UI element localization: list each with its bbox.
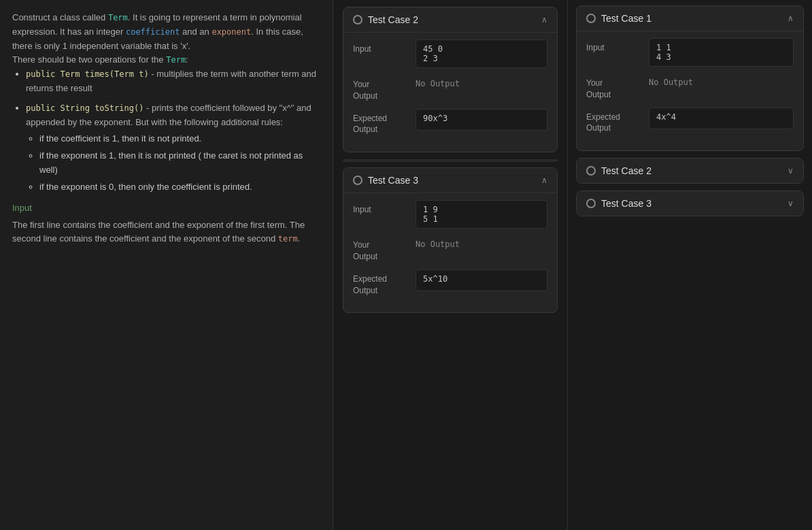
operations-list: public Term times(Term t) - multiplies t… bbox=[12, 67, 320, 194]
input-value-3-center: 1 95 1 bbox=[416, 200, 547, 229]
term-code: Term bbox=[108, 13, 128, 22]
chevron-up-2-center: ∧ bbox=[541, 15, 547, 24]
description-panel: Construct a class called Term. It is goi… bbox=[0, 0, 333, 530]
test-case-header-3-center[interactable]: Test Case 3 ∧ bbox=[343, 168, 557, 193]
input-row-2-center: Input 45 02 3 bbox=[353, 39, 547, 68]
input-label-1-right: Input bbox=[586, 38, 641, 54]
rule-1: if the coefficient is 1, then it is not … bbox=[39, 132, 320, 146]
your-output-label-3-center: YourOutput bbox=[353, 235, 407, 263]
your-output-value-2-center: No Output bbox=[416, 75, 547, 97]
rule-3: if the exponent is 0, then only the coef… bbox=[39, 180, 320, 195]
rule-2: if the exponent is 1, then it is not pri… bbox=[39, 149, 320, 178]
input-section-label: Input bbox=[12, 203, 320, 213]
chevron-up-3-center: ∧ bbox=[541, 176, 547, 185]
test-case-status-icon-1-right bbox=[586, 14, 596, 23]
test-case-title-2-center: Test Case 2 bbox=[353, 14, 418, 25]
your-output-row-3-center: YourOutput No Output bbox=[353, 235, 547, 263]
rules-list: if the coefficient is 1, then it is not … bbox=[26, 132, 320, 194]
chevron-down-3-right: ∨ bbox=[788, 199, 794, 208]
test-case-card-3-right: Test Case 3 ∨ bbox=[576, 191, 804, 216]
test-case-2-right-label: Test Case 2 bbox=[601, 165, 652, 176]
test-case-status-icon-3-center bbox=[353, 176, 362, 185]
your-output-label-2-center: YourOutput bbox=[353, 75, 407, 102]
test-case-3-center-label: Test Case 3 bbox=[368, 175, 418, 186]
test-case-card-2-right: Test Case 2 ∨ bbox=[576, 158, 804, 184]
chevron-down-2-right: ∨ bbox=[788, 166, 794, 176]
test-case-header-1-right[interactable]: Test Case 1 ∧ bbox=[577, 6, 803, 31]
test-case-title-2-right: Test Case 2 bbox=[586, 165, 652, 176]
expected-output-label-3-center: ExpectedOutput bbox=[353, 269, 407, 297]
expected-output-label-1-right: ExpectedOutput bbox=[586, 107, 641, 135]
test-case-status-icon-3-right bbox=[586, 199, 596, 208]
your-output-value-1-right: No Output bbox=[649, 73, 794, 95]
test-case-1-right-body: Input 1 14 3 YourOutput No Output Expect… bbox=[577, 31, 803, 150]
input-description: The first line contains the coefficient … bbox=[12, 218, 320, 247]
test-case-card-2-center: Test Case 2 ∧ Input 45 02 3 YourOutput N… bbox=[343, 7, 558, 152]
chevron-up-1-right: ∧ bbox=[788, 14, 794, 23]
your-output-row-2-center: YourOutput No Output bbox=[353, 75, 547, 102]
coefficient-code: coefficient bbox=[126, 27, 180, 37]
test-case-title-3-center: Test Case 3 bbox=[353, 175, 418, 186]
test-case-1-right-label: Test Case 1 bbox=[601, 13, 652, 24]
test-case-title-3-right: Test Case 3 bbox=[586, 198, 652, 209]
times-method-code: public Term times(Term t) bbox=[26, 69, 149, 79]
expected-output-row-1-right: ExpectedOutput 4x^4 bbox=[586, 107, 794, 135]
center-test-cases-panel: Test Case 2 ∧ Input 45 02 3 YourOutput N… bbox=[333, 0, 567, 530]
expected-output-value-3-center: 5x^10 bbox=[416, 269, 547, 291]
test-case-3-right-label: Test Case 3 bbox=[601, 198, 652, 209]
problem-intro: Construct a class called Term. It is goi… bbox=[12, 11, 320, 53]
input-row-1-right: Input 1 14 3 bbox=[586, 38, 794, 67]
test-case-card-3-center: Test Case 3 ∧ Input 1 95 1 YourOutput No… bbox=[343, 167, 558, 313]
input-label-3-center: Input bbox=[353, 200, 407, 216]
test-case-status-icon-2-right bbox=[586, 166, 596, 176]
your-output-label-1-right: YourOutput bbox=[586, 73, 641, 101]
right-test-cases-panel: Test Case 1 ∧ Input 1 14 3 YourOutput No… bbox=[567, 0, 812, 530]
operations-intro: There should be two operations for the T… bbox=[12, 53, 320, 67]
term-ref: Term bbox=[166, 55, 186, 65]
test-case-3-center-body: Input 1 95 1 YourOutput No Output Expect… bbox=[343, 193, 557, 312]
your-output-value-3-center: No Output bbox=[416, 235, 547, 257]
input-label-2-center: Input bbox=[353, 39, 407, 55]
input-row-3-center: Input 1 95 1 bbox=[353, 200, 547, 229]
test-case-header-2-center[interactable]: Test Case 2 ∧ bbox=[343, 7, 557, 32]
operation-1: public Term times(Term t) - multiplies t… bbox=[26, 67, 320, 96]
test-case-header-3-right[interactable]: Test Case 3 ∨ bbox=[577, 191, 803, 216]
input-value-1-right: 1 14 3 bbox=[649, 38, 794, 67]
input-value-2-center: 45 02 3 bbox=[416, 39, 547, 68]
test-case-2-center-label: Test Case 2 bbox=[368, 14, 418, 25]
tostring-method-code: public String toString() bbox=[26, 103, 143, 113]
your-output-row-1-right: YourOutput No Output bbox=[586, 73, 794, 101]
divider-between-tc2-tc3 bbox=[343, 159, 558, 162]
exponent-code: exponent bbox=[212, 27, 251, 37]
test-case-title-1-right: Test Case 1 bbox=[586, 13, 652, 24]
operation-2: public String toString() - prints the co… bbox=[26, 101, 320, 195]
test-case-card-1-right: Test Case 1 ∧ Input 1 14 3 YourOutput No… bbox=[576, 5, 804, 151]
expected-output-value-2-center: 90x^3 bbox=[416, 109, 547, 131]
test-case-status-icon-2-center bbox=[353, 15, 362, 24]
term-ref-2: term bbox=[278, 234, 298, 244]
expected-output-label-2-center: ExpectedOutput bbox=[353, 109, 407, 136]
test-case-2-center-body: Input 45 02 3 YourOutput No Output Expec… bbox=[343, 32, 557, 152]
expected-output-value-1-right: 4x^4 bbox=[649, 107, 794, 129]
expected-output-row-2-center: ExpectedOutput 90x^3 bbox=[353, 109, 547, 136]
expected-output-row-3-center: ExpectedOutput 5x^10 bbox=[353, 269, 547, 297]
test-case-header-2-right[interactable]: Test Case 2 ∨ bbox=[577, 159, 803, 183]
